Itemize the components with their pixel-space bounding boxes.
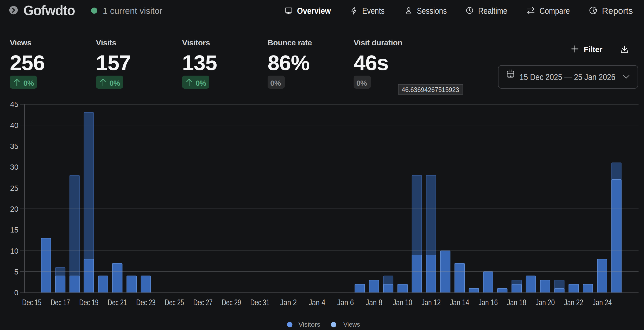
svg-text:Visits: Visits — [96, 38, 116, 47]
svg-text:Compare: Compare — [540, 6, 570, 16]
svg-text:Jan 14: Jan 14 — [450, 298, 469, 307]
svg-text:86%: 86% — [268, 51, 310, 75]
svg-text:Events: Events — [362, 6, 384, 16]
svg-text:Jan 10: Jan 10 — [393, 298, 412, 307]
svg-text:46.63694267515923: 46.63694267515923 — [402, 86, 459, 94]
svg-text:135: 135 — [182, 51, 217, 75]
svg-text:0: 0 — [14, 289, 18, 297]
svg-text:Jan 20: Jan 20 — [535, 298, 555, 307]
svg-text:Jan 12: Jan 12 — [421, 298, 441, 307]
svg-text:Views: Views — [10, 38, 31, 47]
svg-text:Visit duration: Visit duration — [354, 38, 402, 47]
svg-text:45: 45 — [10, 100, 18, 108]
svg-text:Dec 25: Dec 25 — [165, 298, 184, 307]
svg-text:0%: 0% — [110, 79, 120, 87]
svg-text:Dec 23: Dec 23 — [136, 298, 155, 307]
svg-text:Filter: Filter — [584, 45, 603, 54]
svg-text:0%: 0% — [270, 79, 281, 87]
svg-text:0%: 0% — [196, 79, 206, 87]
svg-text:Overview: Overview — [297, 6, 331, 16]
svg-text:Reports: Reports — [602, 6, 633, 16]
svg-text:15 Dec 2025 — 25 Jan 2026: 15 Dec 2025 — 25 Jan 2026 — [520, 72, 615, 82]
svg-text:35: 35 — [10, 142, 18, 150]
svg-text:Jan 16: Jan 16 — [478, 298, 498, 307]
svg-text:0%: 0% — [356, 79, 367, 87]
svg-text:Dec 21: Dec 21 — [108, 298, 127, 307]
svg-text:Jan 24: Jan 24 — [592, 298, 612, 307]
svg-text:46s: 46s — [354, 51, 389, 75]
svg-text:Visitors: Visitors — [182, 38, 210, 47]
svg-text:20: 20 — [10, 205, 18, 213]
svg-text:Dec 29: Dec 29 — [222, 298, 241, 307]
svg-text:Jan 8: Jan 8 — [366, 298, 382, 307]
svg-text:Dec 19: Dec 19 — [79, 298, 98, 307]
svg-text:30: 30 — [10, 163, 18, 171]
svg-text:Dec 31: Dec 31 — [250, 298, 270, 307]
svg-text:Jan 22: Jan 22 — [564, 298, 583, 307]
svg-text:Jan 2: Jan 2 — [280, 298, 297, 307]
svg-text:Jan 4: Jan 4 — [309, 298, 325, 307]
svg-text:Visitors: Visitors — [298, 321, 320, 328]
svg-text:Jan 18: Jan 18 — [507, 298, 526, 307]
svg-text:25: 25 — [10, 184, 18, 192]
svg-text:15: 15 — [10, 226, 18, 234]
svg-text:5: 5 — [14, 268, 18, 276]
svg-text:1 current visitor: 1 current visitor — [103, 6, 162, 16]
svg-text:Realtime: Realtime — [478, 6, 507, 16]
svg-text:Jan 6: Jan 6 — [337, 298, 354, 307]
svg-text:Bounce rate: Bounce rate — [268, 38, 312, 47]
svg-text:157: 157 — [96, 51, 131, 75]
svg-text:Dec 17: Dec 17 — [51, 298, 70, 307]
svg-text:Dec 27: Dec 27 — [193, 298, 213, 307]
svg-text:Sessions: Sessions — [417, 6, 447, 16]
svg-text:0%: 0% — [23, 79, 34, 87]
svg-text:256: 256 — [10, 51, 45, 75]
svg-text:40: 40 — [10, 121, 18, 130]
svg-text:10: 10 — [10, 247, 18, 255]
svg-text:Dec 15: Dec 15 — [22, 298, 41, 307]
svg-text:Gofwdto: Gofwdto — [23, 3, 75, 18]
svg-text:Views: Views — [343, 321, 360, 328]
